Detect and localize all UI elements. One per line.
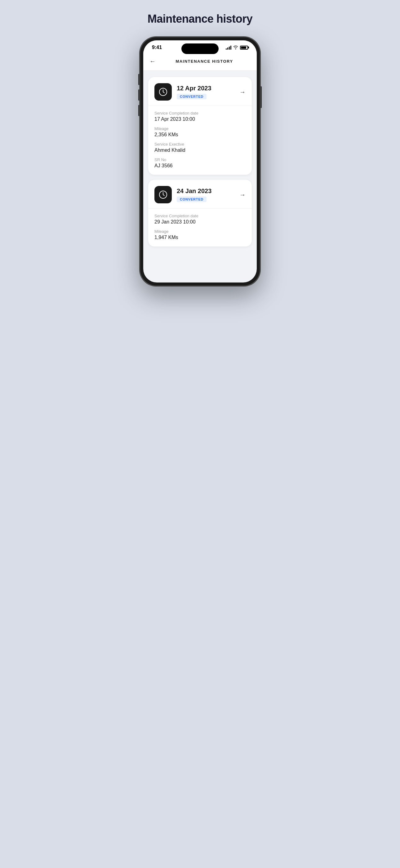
- phone-frame: 9:41: [139, 37, 261, 286]
- detail-row: Service Exective Ahmed Khalid: [155, 142, 245, 153]
- phone-screen: 9:41: [143, 40, 257, 282]
- detail-value: 17 Apr 2023 10:00: [155, 116, 245, 122]
- detail-value: 2,356 KMs: [155, 132, 245, 137]
- detail-row: Mileage 2,356 KMs: [155, 126, 245, 137]
- detail-row: Service Completion date 29 Jan 2023 10:0…: [155, 214, 245, 225]
- signal-bar-2: [227, 48, 228, 50]
- detail-value: AJ 3566: [155, 163, 245, 168]
- outer-wrapper: Maintenance history 9:41: [139, 12, 261, 286]
- card-1-icon: [155, 83, 172, 101]
- card-1-date: 12 Apr 2023: [177, 85, 234, 92]
- card-2-badge: CONVERTED: [177, 196, 206, 202]
- detail-label: Mileage: [155, 229, 245, 234]
- card-2-header-info: 24 Jan 2023 CONVERTED: [177, 187, 234, 202]
- battery-icon: [240, 45, 248, 50]
- card-1-arrow-icon[interactable]: →: [239, 89, 245, 96]
- wifi-icon: [233, 45, 238, 50]
- signal-bar-1: [226, 49, 227, 50]
- clock-icon: [159, 87, 168, 97]
- card-1-badge: CONVERTED: [177, 94, 206, 99]
- detail-row: Mileage 1,947 KMs: [155, 229, 245, 240]
- detail-label: SR No: [155, 157, 245, 162]
- dynamic-island: [181, 43, 219, 54]
- card-2-header: 24 Jan 2023 CONVERTED →: [148, 180, 252, 209]
- nav-bar: ← MAINTENANCE HISTORY: [143, 53, 257, 71]
- status-bar: 9:41: [143, 40, 257, 53]
- detail-label: Service Completion date: [155, 111, 245, 116]
- maintenance-card-2[interactable]: 24 Jan 2023 CONVERTED → Service Completi…: [148, 180, 252, 247]
- card-2-icon: [155, 186, 172, 203]
- detail-label: Service Completion date: [155, 214, 245, 218]
- detail-row: Service Completion date 17 Apr 2023 10:0…: [155, 111, 245, 122]
- detail-label: Service Exective: [155, 142, 245, 147]
- signal-bar-3: [229, 46, 230, 50]
- maintenance-card-1[interactable]: 12 Apr 2023 CONVERTED → Service Completi…: [148, 77, 252, 175]
- detail-value: 1,947 KMs: [155, 235, 245, 240]
- card-2-date: 24 Jan 2023: [177, 187, 234, 195]
- detail-value: Ahmed Khalid: [155, 148, 245, 153]
- signal-bar-4: [230, 45, 231, 50]
- scroll-content: 12 Apr 2023 CONVERTED → Service Completi…: [143, 71, 257, 253]
- page-title: Maintenance history: [147, 12, 253, 26]
- detail-row: SR No AJ 3566: [155, 157, 245, 168]
- card-1-header: 12 Apr 2023 CONVERTED →: [148, 77, 252, 106]
- card-1-body: Service Completion date 17 Apr 2023 10:0…: [148, 106, 252, 175]
- signal-bars-icon: [226, 45, 231, 50]
- card-2-body: Service Completion date 29 Jan 2023 10:0…: [148, 209, 252, 247]
- nav-title: MAINTENANCE HISTORY: [158, 59, 251, 64]
- battery-fill: [241, 46, 246, 49]
- back-button[interactable]: ←: [149, 57, 158, 66]
- card-1-header-info: 12 Apr 2023 CONVERTED: [177, 85, 234, 99]
- status-time: 9:41: [152, 45, 162, 50]
- clock-icon: [159, 190, 168, 199]
- status-icons: [226, 45, 248, 50]
- detail-value: 29 Jan 2023 10:00: [155, 219, 245, 225]
- detail-label: Mileage: [155, 126, 245, 131]
- card-2-arrow-icon[interactable]: →: [239, 191, 245, 198]
